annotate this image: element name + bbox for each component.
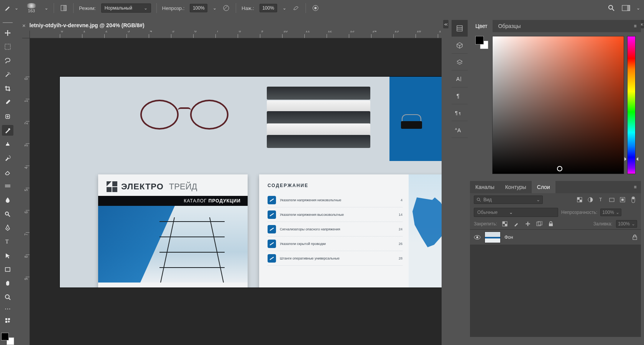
pen-tool[interactable] — [2, 222, 13, 233]
ruler-horizontal[interactable]: 01234567891011121314151617 — [30, 31, 442, 38]
move-tool[interactable] — [2, 28, 13, 38]
tab-layers[interactable]: Слои — [532, 181, 555, 193]
type-tool[interactable]: T — [2, 236, 13, 247]
hue-pointer-icon[interactable] — [625, 157, 637, 161]
lock-paint-icon[interactable] — [513, 220, 520, 228]
edit-toolbar-icon[interactable] — [2, 315, 13, 326]
tab-channels[interactable]: Каналы — [470, 181, 500, 193]
svg-rect-57 — [549, 223, 553, 226]
character-panel-icon[interactable]: A — [452, 71, 468, 87]
filter-type-icon[interactable]: T — [597, 196, 605, 204]
layer-filter-select[interactable]: Вид ⌄ — [474, 196, 543, 204]
svg-line-41 — [480, 200, 481, 202]
path-select-tool[interactable] — [2, 250, 13, 261]
color-field[interactable] — [492, 36, 624, 174]
paragraph-panel-icon[interactable]: ¶ — [452, 87, 468, 104]
tab-paths[interactable]: Контуры — [500, 181, 532, 193]
hand-tool[interactable] — [2, 278, 13, 289]
tab-color[interactable]: Цвет — [470, 20, 493, 32]
layer-name[interactable]: Фон — [504, 235, 513, 240]
eyedropper-tool[interactable] — [2, 97, 13, 108]
flow-value-box[interactable]: 100% — [260, 4, 277, 12]
lock-position-icon[interactable] — [524, 220, 532, 228]
gradient-tool[interactable] — [2, 181, 13, 191]
foreground-color[interactable] — [1, 333, 9, 340]
history-panel-icon[interactable] — [452, 20, 468, 37]
clone-stamp-tool[interactable] — [2, 139, 13, 150]
svg-text:¶: ¶ — [455, 110, 458, 116]
screen-mode-icon[interactable] — [622, 4, 630, 12]
layer-opacity-value[interactable]: 100% — [600, 209, 621, 216]
more-tools-icon[interactable]: ⋯ — [2, 306, 13, 312]
pressure-size-icon[interactable] — [311, 4, 320, 12]
crop-tool[interactable] — [2, 83, 13, 94]
search-icon[interactable] — [607, 4, 616, 12]
layers-panel-icon[interactable] — [452, 54, 468, 71]
chevron-down-icon[interactable]: ⌄ — [15, 4, 18, 12]
brush-panel-toggle-icon[interactable] — [59, 4, 68, 12]
chevron-down-icon[interactable]: ⌄ — [636, 4, 640, 12]
panel-foreground-color[interactable] — [475, 36, 484, 44]
chevron-down-icon[interactable]: ⌄ — [213, 4, 217, 12]
lasso-tool[interactable] — [2, 55, 13, 66]
panel-menu-icon[interactable]: ≡ — [629, 20, 641, 32]
hue-slider[interactable] — [627, 36, 636, 174]
filter-smart-icon[interactable] — [619, 196, 626, 204]
opacity-value-box[interactable]: 100% — [190, 4, 207, 12]
tab-swatches[interactable]: Образцы — [493, 20, 526, 32]
close-icon[interactable]: × — [22, 22, 26, 29]
lock-icon[interactable] — [632, 235, 637, 240]
color-swatch[interactable] — [1, 333, 14, 345]
zoom-tool[interactable] — [2, 292, 13, 302]
ruler-vertical[interactable]: 0123456789 — [22, 38, 30, 345]
opacity-label: Непрозр.: — [162, 5, 184, 11]
document-image: ЭЛЕКТРО ТРЕЙД КАТАЛОГ ПРОДУКЦИИ СОДЕРЖАН… — [60, 77, 442, 288]
char-styles-panel-icon[interactable]: ¶¶ — [452, 104, 468, 121]
layer-opacity-label: Непрозрачность: — [561, 210, 597, 215]
pressure-opacity-icon[interactable] — [222, 4, 230, 12]
layer-row[interactable]: Фон — [470, 230, 641, 245]
color-cursor-icon[interactable] — [557, 166, 562, 171]
visibility-toggle-icon[interactable] — [474, 235, 481, 240]
tool-preset-icon[interactable] — [4, 4, 12, 12]
collapse-dock-chevron-icon[interactable]: ≪ — [443, 20, 449, 28]
rectangle-shape-tool[interactable] — [2, 264, 13, 275]
3d-panel-icon[interactable] — [452, 37, 468, 54]
grip-icon[interactable] — [3, 22, 13, 25]
chevron-down-icon[interactable]: ⌄ — [44, 4, 48, 12]
eraser-tool[interactable] — [2, 167, 13, 177]
separator — [54, 3, 54, 13]
svg-rect-19 — [5, 184, 10, 187]
filter-toggle-icon[interactable] — [629, 196, 637, 204]
history-brush-tool[interactable] — [2, 153, 13, 163]
panel-color-swatch[interactable] — [475, 36, 488, 49]
airbrush-icon[interactable] — [292, 4, 300, 12]
layer-filter-row: Вид ⌄ T — [470, 193, 641, 206]
canvas-stage[interactable]: ЭЛЕКТРО ТРЕЙД КАТАЛОГ ПРОДУКЦИИ СОДЕРЖАН… — [30, 38, 442, 345]
layer-thumbnail[interactable] — [485, 232, 501, 243]
ruler-origin[interactable] — [22, 31, 30, 38]
healing-brush-tool[interactable] — [2, 111, 13, 122]
filter-shape-icon[interactable] — [608, 196, 616, 204]
panel-menu-icon[interactable]: ≡ — [629, 181, 641, 193]
layers-panel: Каналы Контуры Слои ≡ Вид ⌄ T Обычные Не… — [470, 181, 641, 337]
brush-tool[interactable] — [2, 125, 13, 136]
layer-blend-select[interactable]: Обычные — [474, 208, 558, 217]
filter-adjust-icon[interactable] — [586, 196, 594, 204]
svg-rect-9 — [5, 44, 10, 49]
blend-mode-select[interactable]: Нормальный — [101, 3, 151, 13]
document-tab[interactable]: × letniy-otdyih-v-derevne.jpg @ 204% (RG… — [22, 20, 145, 31]
glyphs-panel-icon[interactable]: AA — [452, 121, 468, 138]
chevron-down-icon[interactable]: ⌄ — [283, 4, 286, 12]
lock-artboard-icon[interactable] — [536, 220, 543, 228]
blur-tool[interactable] — [2, 194, 13, 205]
magic-wand-tool[interactable] — [2, 69, 13, 80]
dodge-tool[interactable] — [2, 209, 13, 219]
lock-transparent-icon[interactable] — [501, 220, 509, 228]
filter-pixel-icon[interactable] — [576, 196, 583, 204]
layer-blend-row: Обычные Непрозрачность: 100% — [470, 206, 641, 219]
layer-fill-value[interactable]: 100% — [616, 220, 637, 228]
brush-preview[interactable]: 163 — [24, 0, 39, 16]
marquee-tool[interactable] — [2, 41, 13, 52]
lock-all-icon[interactable] — [547, 220, 555, 228]
